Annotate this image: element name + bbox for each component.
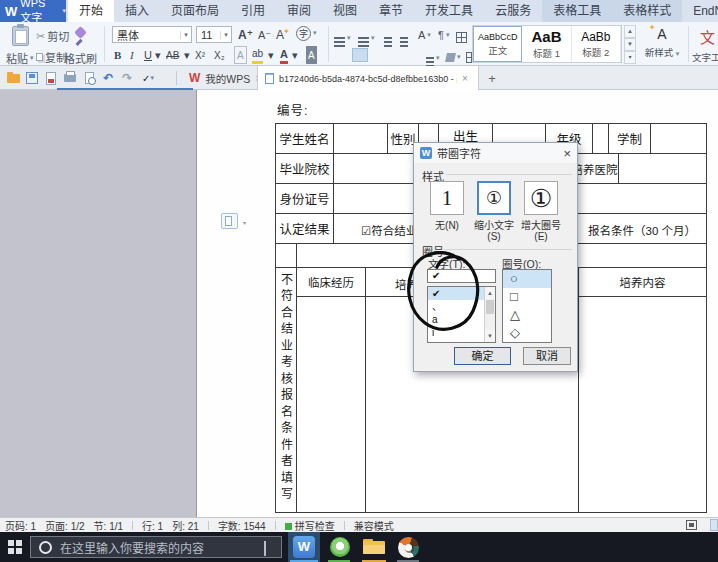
tab-endnote[interactable]: EndNote X7 [682,0,718,22]
tab-insert[interactable]: 插入 [114,0,160,22]
dialog-close-icon[interactable]: × [563,146,571,161]
tab-document[interactable]: b17240d6-b5da-4874-bc5d-d8efbbe163b0 - 副… [257,66,479,90]
view-switcher-partial[interactable] [710,519,718,531]
style-option-shrink-text[interactable]: ① [477,181,511,215]
text-tool-button[interactable]: 文 文字工具 [692,26,718,64]
align-left-button[interactable] [334,48,350,62]
close-tab-icon[interactable]: × [462,73,468,84]
copy-button[interactable]: 复制 [36,49,67,65]
tab-cloud[interactable]: 云服务 [484,0,542,22]
phonetic-guide-button[interactable]: A ✦ [276,27,290,43]
ring-item-circle[interactable]: ○ [503,270,551,288]
underline-button[interactable]: U [144,46,152,64]
highlight-button[interactable]: ab [252,46,263,64]
customize-quick-access-button[interactable]: ✓▾ [140,70,156,86]
font-name-combo[interactable]: 黑体 ▾ [112,26,192,43]
increase-indent-button[interactable] [400,30,408,46]
character-scale-button[interactable]: A▾ [418,27,431,43]
export-pdf-button[interactable] [43,70,59,86]
open-file-button[interactable] [5,70,21,86]
format-painter-icon[interactable] [74,26,87,39]
tab-table-tools[interactable]: 表格工具 [542,0,612,22]
decrease-indent-button[interactable] [384,30,392,46]
fit-page-icon[interactable] [686,520,697,530]
spell-check-status[interactable]: 拼写检查 [285,518,335,533]
highlight-dropdown-icon[interactable]: ▾ [268,46,274,64]
align-center-button[interactable] [352,48,368,62]
taskbar-app-2[interactable] [324,532,356,562]
bold-button[interactable]: B [114,46,121,64]
shading-button[interactable]: ▾ [446,49,461,65]
microphone-icon[interactable] [264,541,272,554]
taskbar-wps-app[interactable]: W [288,532,320,562]
table-grid-button[interactable] [456,29,467,45]
tab-section[interactable]: 章节 [368,0,414,22]
format-painter-button[interactable]: 格式刷 [64,50,97,66]
italic-button[interactable]: I [130,46,134,64]
redo-button[interactable]: ↷ [119,70,135,86]
show-marks-button[interactable]: ¶▾ [438,27,449,43]
ring-item-square[interactable]: □ [503,288,551,306]
tab-home[interactable]: 开始 [68,0,114,22]
save-button[interactable] [24,70,40,86]
font-color-dropdown-icon[interactable]: ▾ [292,46,298,64]
character-shading-button[interactable]: A [306,46,317,64]
cell-blank[interactable] [276,244,297,268]
ring-item-triangle[interactable]: △ [503,306,551,324]
new-style-button[interactable]: A ✦ 新样式 ▾ [638,26,686,59]
tab-references[interactable]: 引用 [230,0,276,22]
line-spacing-button[interactable]: ▾ [426,50,440,66]
grow-font-button[interactable]: A⁺ [238,27,253,43]
align-right-button[interactable] [370,48,386,62]
print-preview-button[interactable] [81,70,97,86]
underline-dropdown-icon[interactable]: ▾ [155,46,161,64]
numbering-button[interactable]: ▾ [358,30,375,46]
cell-blank[interactable] [334,124,388,154]
gallery-more-icon[interactable]: ▾ [624,51,636,64]
strikethrough-button[interactable]: AB [166,46,179,64]
shrink-font-button[interactable]: A⁻ [258,27,271,43]
strikethrough-dropdown-icon[interactable]: ▾ [184,46,190,64]
bullets-button[interactable]: ▾ [334,30,351,46]
style-option-none[interactable]: 1 [430,181,464,215]
status-word-count[interactable]: 字数: 1544 [218,518,266,533]
tab-page-layout[interactable]: 页面布局 [160,0,230,22]
font-color-button[interactable]: A [280,46,288,64]
taskbar-file-explorer[interactable] [358,532,390,562]
paste-button[interactable]: 粘贴 ▾ [6,50,34,66]
start-button[interactable] [8,540,22,554]
new-tab-button[interactable]: + [484,70,500,86]
style-heading2[interactable]: AaBb 标题 2 [572,26,621,62]
undo-button[interactable]: ↶ [100,70,116,86]
subscript-button[interactable]: X₂ [214,46,225,64]
print-button[interactable] [62,70,78,86]
ring-shape-list[interactable]: ○ □ △ ◇ [502,269,552,343]
taskbar-app-4[interactable] [392,532,424,562]
paste-icon[interactable] [12,26,29,46]
tab-table-style[interactable]: 表格样式 [612,0,682,22]
cell-blank[interactable] [651,124,707,154]
paste-options-smart-tag[interactable]: ▾ [221,213,238,229]
distribute-button[interactable] [406,48,422,62]
justify-button[interactable] [388,48,404,62]
cell-blank[interactable] [579,297,707,513]
gallery-down-icon[interactable]: ▼ [624,38,636,51]
cell-blank[interactable] [619,154,707,184]
superscript-button[interactable]: X² [195,46,205,64]
ring-item-diamond[interactable]: ◇ [503,324,551,342]
dialog-title-bar[interactable]: W 带圈字符 × [414,143,577,163]
cell-blank[interactable] [593,124,609,154]
cell-blank[interactable] [297,297,366,513]
character-border-button[interactable]: A [234,46,247,64]
enclosed-characters-button[interactable]: 字 ▾ [296,25,317,41]
tab-developer[interactable]: 开发工具 [414,0,484,22]
style-normal[interactable]: AaBbCcD 正文 [473,26,522,62]
search-input[interactable]: 在这里输入你要搜索的内容 [60,539,204,556]
tab-view[interactable]: 视图 [322,0,368,22]
font-size-combo[interactable]: 11 ▾ [196,26,232,43]
taskbar-search[interactable]: 在这里输入你要搜索的内容 [30,536,282,558]
cancel-button[interactable]: 取消 [523,347,571,365]
font-size-dropdown-icon[interactable]: ▾ [220,31,231,39]
style-heading1[interactable]: AaB 标题 1 [522,26,571,62]
font-name-dropdown-icon[interactable]: ▾ [180,31,191,39]
